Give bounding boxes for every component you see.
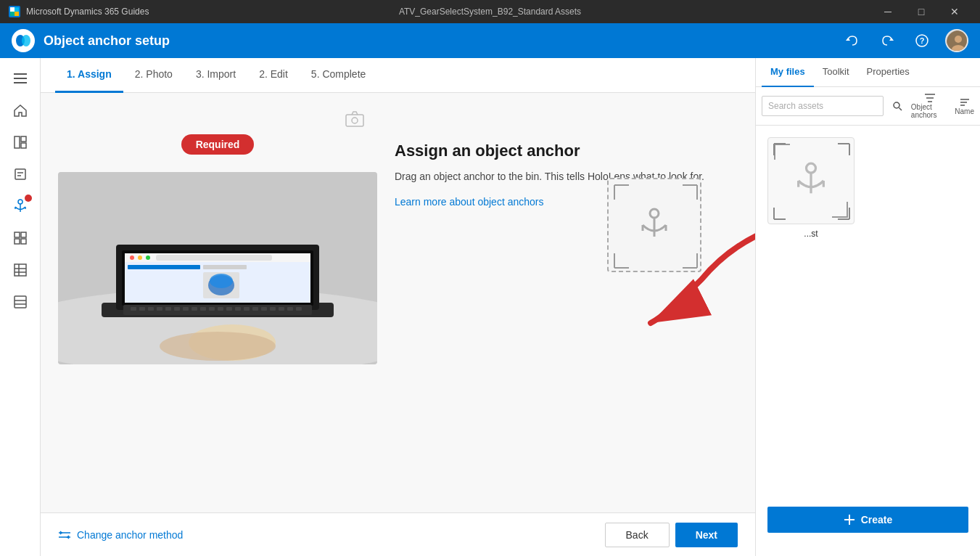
app-logo (12, 29, 35, 52)
asset-card[interactable]: ...st (767, 137, 855, 239)
change-anchor-button[interactable]: Change anchor method (58, 529, 183, 541)
svg-point-48 (138, 255, 142, 260)
svg-rect-63 (183, 307, 189, 311)
svg-rect-31 (15, 264, 26, 276)
filter-label: Object anchors (911, 103, 949, 119)
svg-rect-57 (131, 307, 136, 311)
tab-import[interactable]: 3. Import (184, 58, 247, 93)
svg-rect-61 (165, 307, 171, 311)
svg-rect-50 (156, 255, 272, 261)
anchor-badge (25, 195, 32, 202)
svg-rect-73 (270, 307, 276, 311)
create-button[interactable]: Create (767, 507, 968, 533)
filter-button[interactable]: Object anchors (911, 93, 949, 119)
header-title: Object anchor setup (44, 33, 832, 49)
svg-marker-7 (846, 38, 850, 41)
svg-rect-75 (287, 307, 293, 311)
svg-rect-58 (139, 307, 145, 311)
user-avatar[interactable] (945, 29, 968, 52)
svg-rect-15 (14, 78, 27, 79)
tab-assign[interactable]: 1. Assign (55, 58, 123, 93)
close-button[interactable]: ✕ (938, 0, 971, 23)
maximize-button[interactable]: □ (905, 0, 938, 23)
sidebar-item-layout[interactable] (6, 128, 35, 157)
svg-point-55 (210, 274, 233, 288)
asset-thumbnail (767, 137, 855, 224)
back-button[interactable]: Back (605, 523, 670, 547)
svg-rect-27 (15, 232, 20, 237)
content-wrapper: Required (41, 93, 755, 556)
svg-line-95 (899, 108, 902, 111)
svg-point-12 (955, 36, 962, 43)
header-actions: ? (841, 29, 968, 52)
svg-point-49 (146, 255, 150, 260)
svg-rect-59 (148, 307, 154, 311)
svg-rect-76 (296, 307, 302, 311)
svg-rect-35 (15, 296, 26, 308)
sidebar-item-grid[interactable] (6, 224, 35, 253)
svg-rect-18 (21, 136, 26, 142)
help-button[interactable]: ? (910, 29, 934, 52)
required-badge: Required (181, 134, 255, 155)
sidebar-item-list[interactable] (6, 287, 35, 316)
svg-point-78 (160, 332, 276, 361)
tab-edit[interactable]: 2. Edit (247, 58, 300, 93)
next-button[interactable]: Next (675, 523, 738, 547)
nav-buttons: Back Next (605, 523, 738, 547)
laptop-image (58, 172, 377, 364)
svg-rect-70 (244, 307, 250, 311)
svg-rect-2 (10, 12, 15, 16)
undo-button[interactable] (841, 29, 864, 52)
right-panel-tabs: My files Toolkit Properties (756, 58, 980, 87)
svg-rect-66 (209, 307, 215, 311)
sidebar-item-notes[interactable] (6, 160, 35, 189)
svg-point-94 (894, 102, 899, 108)
title-bar: Microsoft Dynamics 365 Guides ATV_GearSe… (0, 0, 980, 23)
svg-rect-74 (279, 307, 284, 311)
svg-rect-62 (174, 307, 180, 311)
asset-grid: ...st (756, 126, 980, 250)
asset-name: ...st (767, 229, 855, 239)
svg-rect-115 (849, 515, 850, 525)
right-tab-toolkit[interactable]: Toolkit (814, 58, 858, 87)
minimize-button[interactable]: ─ (871, 0, 905, 23)
sidebar-item-home[interactable] (6, 96, 35, 125)
photo-upload-icon (345, 110, 365, 128)
preview-section: Required (58, 134, 738, 495)
sidebar-item-menu[interactable] (6, 64, 35, 93)
svg-rect-1 (15, 7, 19, 12)
sidebar-item-anchor[interactable] (6, 192, 35, 221)
svg-rect-29 (15, 239, 20, 244)
footer-bar: Change anchor method Back Next (41, 512, 755, 556)
svg-rect-20 (15, 169, 25, 179)
svg-rect-28 (21, 232, 26, 237)
app-icon (9, 6, 20, 17)
right-panel-toolbar: Object anchors Name (756, 87, 980, 126)
svg-point-6 (22, 35, 30, 46)
create-label: Create (861, 514, 893, 526)
svg-rect-69 (235, 307, 241, 311)
search-input[interactable] (762, 96, 884, 116)
svg-rect-64 (192, 307, 197, 311)
sidebar-item-table[interactable] (6, 255, 35, 285)
drop-zone[interactable] (607, 178, 701, 272)
tab-complete[interactable]: 5. Complete (300, 58, 377, 93)
sort-button[interactable]: Name (955, 97, 974, 115)
svg-rect-38 (346, 115, 363, 126)
svg-point-47 (130, 255, 134, 260)
content-area: Required (41, 93, 755, 512)
tab-photo[interactable]: 2. Photo (123, 58, 184, 93)
svg-rect-17 (15, 136, 20, 148)
svg-rect-68 (226, 307, 232, 311)
svg-rect-72 (261, 307, 267, 311)
svg-rect-60 (157, 307, 162, 311)
right-tab-myfiles[interactable]: My files (762, 58, 814, 87)
app-header: Object anchor setup ? (0, 23, 980, 58)
svg-rect-0 (10, 7, 15, 12)
svg-rect-52 (203, 265, 247, 269)
main-content: 1. Assign 2. Photo 3. Import 2. Edit 5. … (41, 58, 755, 556)
right-panel: My files Toolkit Properties Object ancho… (755, 58, 980, 556)
search-button[interactable] (889, 96, 905, 116)
right-tab-properties[interactable]: Properties (858, 58, 918, 87)
redo-button[interactable] (876, 29, 899, 52)
